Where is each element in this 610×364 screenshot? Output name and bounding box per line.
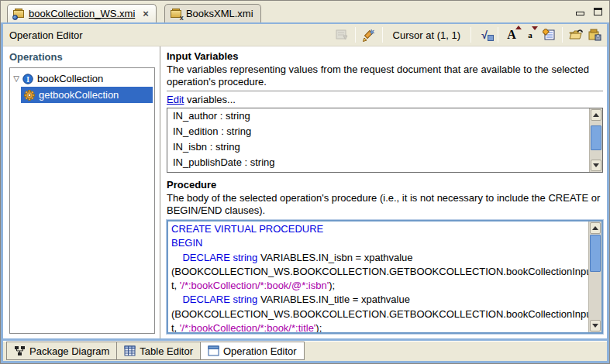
scroll-up-icon[interactable]	[591, 109, 601, 121]
input-variables-title: Input Variables	[167, 50, 603, 62]
tree-item-getbookcollection[interactable]: getbookCollection	[21, 87, 153, 103]
tab-label: Operation Editor	[223, 345, 297, 357]
editor-tab-booksxml[interactable]: x BooksXML.xmi	[164, 4, 261, 22]
toolbar-separator	[470, 27, 471, 43]
toolbar-separator	[498, 27, 498, 43]
validate-disabled-icon	[333, 26, 351, 43]
operations-panel: Operations ▽ I bookCollection	[3, 46, 160, 338]
toolbar-separator	[355, 27, 356, 43]
scroll-down-icon[interactable]	[590, 320, 601, 331]
editor-tabbar: bookCollection_WS.xmi × x BooksXML.xmi	[1, 1, 609, 22]
view-window-buttons	[576, 8, 602, 15]
scrollbar-thumb[interactable]	[591, 125, 601, 150]
xml-model-icon: x	[171, 9, 182, 19]
toolbar-actions: Cursor at (1, 1) √ A a	[333, 24, 604, 46]
operations-tree[interactable]: ▽ I bookCollection	[9, 67, 155, 334]
tree-item-bookcollection[interactable]: ▽ I bookCollection	[10, 70, 154, 87]
operation-gear-icon	[24, 90, 35, 101]
export-folder-icon[interactable]	[567, 26, 585, 43]
export-folder-icon-svg	[569, 29, 583, 41]
webservice-model-icon	[13, 9, 25, 19]
package-diagram-icon	[14, 345, 26, 356]
font-decrease-glyph: a	[528, 29, 532, 41]
code-scrollbar[interactable]	[588, 221, 601, 332]
tab-table-editor[interactable]: Table Editor	[116, 342, 201, 360]
edit-wand-icon-svg	[362, 29, 375, 42]
code-line: t, '/*:bookCollection/*:book/*:title');	[171, 321, 588, 332]
operations-header: Operations	[9, 51, 155, 63]
variable-list-item[interactable]: IN_edition : string	[167, 124, 589, 139]
font-increase-icon[interactable]: A	[502, 26, 521, 43]
validate-save-icon[interactable]: √	[475, 26, 494, 43]
editor-frame: Operation Editor	[1, 22, 609, 363]
font-decrease-icon[interactable]: a	[521, 26, 539, 43]
tab-operation-editor[interactable]: Operation Editor	[200, 342, 305, 360]
editor-content: Operations ▽ I bookCollection	[3, 46, 607, 338]
scrollbar-thumb[interactable]	[590, 235, 601, 272]
section-divider	[167, 91, 603, 91]
cursor-position-status: Cursor at (1, 1)	[387, 29, 467, 41]
scroll-down-icon[interactable]	[591, 160, 601, 171]
edit-variables-link[interactable]: Edit	[167, 94, 184, 105]
code-line: t, '/*:bookCollection/*:book/@*:isbn');	[171, 279, 588, 293]
code-line: (BOOKCOLLECTION_WS.BOOKCOLLECTION.GETBOO…	[171, 265, 588, 279]
scroll-up-icon[interactable]	[590, 222, 601, 234]
validate-disabled-icon-svg	[336, 29, 348, 41]
input-variables-list[interactable]: IN_author : stringIN_edition : stringIN_…	[167, 108, 603, 173]
procedure-code-editor[interactable]: CREATE VIRTUAL PROCEDUREBEGIN DECLARE st…	[167, 220, 603, 334]
code-line: BEGIN	[171, 236, 588, 250]
toolbar-separator	[562, 27, 563, 43]
tab-package-diagram[interactable]: Package Diagram	[6, 342, 117, 360]
tree-caret-expanded-icon[interactable]: ▽	[10, 74, 22, 83]
application-window: bookCollection_WS.xmi × x BooksXML.xmi O…	[0, 0, 610, 364]
minimize-icon[interactable]	[576, 12, 584, 15]
maximize-icon[interactable]	[594, 8, 602, 15]
tree-item-label: getbookCollection	[39, 89, 119, 101]
code-line: DECLARE string VARIABLES.IN_title = xpat…	[171, 293, 588, 307]
preferences-form-icon[interactable]	[539, 26, 558, 43]
save-package-icon[interactable]	[585, 26, 604, 43]
input-variables-rows: IN_author : stringIN_edition : stringIN_…	[167, 108, 589, 172]
editor-tab-label: bookCollection_WS.xmi	[29, 8, 135, 19]
editor-tab-label: BooksXML.xmi	[186, 8, 253, 19]
code-line: CREATE VIRTUAL PROCEDURE	[171, 222, 588, 236]
editor-tab-bookcollection-ws[interactable]: bookCollection_WS.xmi ×	[7, 4, 157, 22]
procedure-description: The body of the selected operation's pro…	[167, 192, 603, 217]
tab-label: Table Editor	[140, 345, 193, 357]
tree-item-label: bookCollection	[37, 73, 103, 84]
edit-variables-suffix: variables...	[184, 94, 235, 105]
input-variables-description: The variables representing values from t…	[167, 64, 603, 88]
code-line: DECLARE string VARIABLES.IN_isbn = xpath…	[171, 251, 588, 265]
operation-form: Input Variables The variables representi…	[160, 46, 607, 338]
interface-icon: I	[22, 74, 33, 84]
toolbar-title: Operation Editor	[9, 29, 83, 41]
operation-editor-icon	[208, 345, 219, 356]
variables-scrollbar[interactable]	[589, 108, 602, 172]
validate-save-glyph: √	[481, 29, 488, 41]
tab-label: Package Diagram	[29, 345, 109, 357]
variable-list-item[interactable]: IN_publisher : string	[167, 170, 589, 172]
variable-list-item[interactable]: IN_publishDate : string	[167, 155, 589, 170]
procedure-code[interactable]: CREATE VIRTUAL PROCEDUREBEGIN DECLARE st…	[168, 221, 588, 332]
editor-page-tabs: Package Diagram Table Editor Ope	[3, 338, 607, 361]
operation-editor-toolbar: Operation Editor	[3, 24, 607, 46]
procedure-title: Procedure	[167, 179, 603, 191]
section-gap	[167, 173, 603, 179]
edit-wand-icon[interactable]	[360, 26, 378, 43]
save-package-icon-svg	[588, 29, 601, 41]
variable-list-item[interactable]: IN_isbn : string	[167, 139, 589, 155]
preferences-form-icon-svg	[543, 29, 556, 41]
table-editor-icon	[124, 345, 136, 356]
edit-variables-line: Edit variables...	[167, 94, 603, 105]
code-line: (BOOKCOLLECTION_WS.BOOKCOLLECTION.GETBOO…	[171, 307, 588, 321]
close-icon[interactable]: ×	[143, 10, 149, 18]
svg-text:I: I	[26, 75, 29, 83]
toolbar-separator	[382, 27, 383, 43]
variable-list-item[interactable]: IN_author : string	[167, 108, 589, 124]
font-increase-glyph: A	[507, 28, 516, 42]
